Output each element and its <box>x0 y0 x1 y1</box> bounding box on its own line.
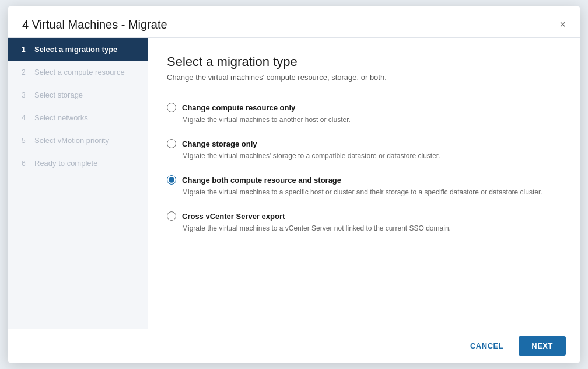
sidebar-item-4: 4Select networks <box>8 106 148 129</box>
option-both: Change both compute resource and storage… <box>167 168 561 204</box>
step-number: 5 <box>22 137 30 145</box>
main-subtitle: Change the virtual machines' compute res… <box>167 73 561 82</box>
next-button[interactable]: NEXT <box>519 336 566 356</box>
options-list: Change compute resource only Migrate the… <box>167 96 561 241</box>
option-title-storage: Change storage only <box>182 140 257 148</box>
main-content: Select a migration type Change the virtu… <box>148 38 580 329</box>
option-title-both: Change both compute resource and storage <box>182 176 341 184</box>
step-number: 4 <box>22 114 30 122</box>
sidebar-item-label: Select vMotion priority <box>34 136 109 145</box>
sidebar-item-1[interactable]: 1Select a migration type <box>8 38 148 61</box>
option-crossvcenter: Cross vCenter Server export Migrate the … <box>167 204 561 241</box>
step-number: 6 <box>22 159 30 168</box>
migrate-dialog: 4 Virtual Machines - Migrate × 1Select a… <box>8 6 580 363</box>
sidebar-item-label: Select a migration type <box>34 45 117 54</box>
step-number: 1 <box>22 46 30 54</box>
option-desc-compute: Migrate the virtual machines to another … <box>182 114 561 125</box>
dialog-body: 1Select a migration type2Select a comput… <box>8 38 580 329</box>
radio-compute[interactable] <box>167 103 176 112</box>
option-label-row: Cross vCenter Server export <box>167 211 561 221</box>
option-title-compute: Change compute resource only <box>182 103 295 112</box>
sidebar: 1Select a migration type2Select a comput… <box>8 38 148 329</box>
sidebar-item-5: 5Select vMotion priority <box>8 129 148 152</box>
dialog-title: 4 Virtual Machines - Migrate <box>22 18 167 32</box>
radio-both[interactable] <box>167 175 176 184</box>
option-desc-both: Migrate the virtual machines to a specif… <box>182 187 561 197</box>
sidebar-item-label: Select a compute resource <box>34 68 125 76</box>
option-label-row: Change compute resource only <box>167 103 561 112</box>
option-storage: Change storage only Migrate the virtual … <box>167 132 561 168</box>
option-label-row: Change storage only <box>167 139 561 148</box>
radio-storage[interactable] <box>167 139 176 148</box>
option-title-crossvcenter: Cross vCenter Server export <box>182 212 285 221</box>
radio-crossvcenter[interactable] <box>167 211 176 221</box>
option-compute: Change compute resource only Migrate the… <box>167 96 561 132</box>
option-desc-crossvcenter: Migrate the virtual machines to a vCente… <box>182 223 561 234</box>
main-title: Select a migration type <box>167 54 561 69</box>
option-label-row: Change both compute resource and storage <box>167 175 561 184</box>
step-number: 3 <box>22 91 30 99</box>
dialog-header: 4 Virtual Machines - Migrate × <box>8 6 580 38</box>
sidebar-item-label: Select networks <box>34 113 88 122</box>
sidebar-item-2: 2Select a compute resource <box>8 61 148 83</box>
step-number: 2 <box>22 68 30 76</box>
cancel-button[interactable]: CANCEL <box>462 337 512 355</box>
sidebar-item-label: Ready to complete <box>34 159 97 168</box>
dialog-footer: CANCEL NEXT <box>8 329 580 363</box>
option-desc-storage: Migrate the virtual machines' storage to… <box>182 151 561 161</box>
sidebar-item-label: Select storage <box>34 90 83 99</box>
sidebar-item-6: 6Ready to complete <box>8 152 148 175</box>
close-button[interactable]: × <box>559 19 566 30</box>
sidebar-item-3: 3Select storage <box>8 83 148 106</box>
